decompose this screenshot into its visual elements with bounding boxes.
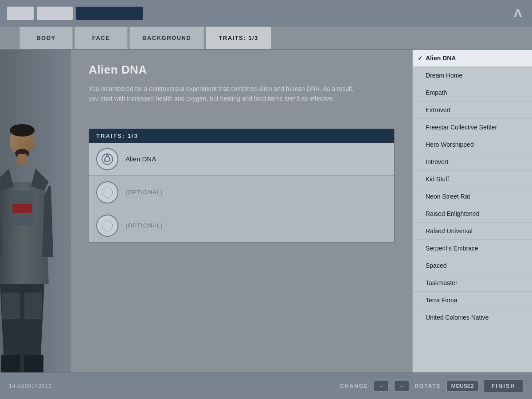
trait-list-item[interactable]: Empath — [413, 84, 532, 102]
trait-list-item[interactable]: Kid Stuff — [413, 171, 532, 188]
bottom-controls: CHANGE ← → ROTATE MOUSE2 FINISH — [340, 379, 523, 392]
trait-list-item[interactable]: Extrovert — [413, 102, 532, 119]
tab-placeholder — [2, 27, 18, 49]
arrow-right-button[interactable]: → — [394, 381, 409, 391]
top-bar-accent1 — [7, 7, 34, 20]
trait-list-item[interactable]: Hero Worshipped — [413, 136, 532, 153]
trait-slot-2-icon — [96, 181, 118, 203]
nav-tabs: BODY FACE BACKGROUND TRAITS: 1/3 — [0, 27, 532, 50]
trait-slot-3-icon — [96, 215, 118, 237]
character-panel — [0, 50, 71, 372]
trait-slot-3-placeholder: {OPTIONAL} — [125, 222, 163, 229]
trait-slot-3[interactable]: {OPTIONAL} — [89, 209, 394, 242]
trait-list-item[interactable]: United Colonies Native — [413, 309, 532, 326]
selected-checkmark: ✓ — [418, 55, 422, 62]
arrow-left-icon: ← — [379, 383, 384, 389]
tab-traits[interactable]: TRAITS: 1/3 — [206, 27, 271, 49]
top-bar-accent3 — [76, 7, 143, 20]
trait-list-item[interactable]: Serpent's Embrace — [413, 240, 532, 257]
trait-list-item-label: Neon Street Rat — [426, 193, 470, 200]
game-logo: Λ — [508, 4, 528, 23]
arrow-right-icon: → — [399, 383, 404, 389]
trait-list-item-label: Freestar Collective Settler — [426, 124, 497, 131]
info-panel: Alien DNA You volunteered for a controve… — [71, 50, 412, 372]
svg-rect-9 — [24, 355, 43, 372]
trait-list-item-label: Kid Stuff — [426, 176, 449, 183]
tab-face[interactable]: FACE — [74, 27, 128, 49]
rotate-label: ROTATE — [415, 383, 441, 389]
svg-point-12 — [106, 154, 109, 156]
change-label: CHANGE — [340, 383, 368, 389]
trait-list-item-label: Empath — [426, 89, 447, 96]
bottom-bar: 14-2009140512 CHANGE ← → ROTATE MOUSE2 F… — [0, 372, 532, 399]
svg-point-14 — [102, 187, 113, 198]
svg-rect-8 — [1, 355, 20, 372]
trait-list-item[interactable]: Neon Street Rat — [413, 188, 532, 205]
trait-list-item[interactable]: ✓Alien DNA — [413, 50, 532, 67]
session-id: 14-2009140512 — [9, 383, 52, 389]
tab-body[interactable]: BODY — [20, 27, 73, 49]
trait-list-item[interactable]: Dream Home — [413, 67, 532, 84]
top-bar-accent2 — [37, 7, 73, 20]
svg-rect-3 — [18, 154, 27, 163]
trait-description: You volunteered for a controversial expe… — [89, 84, 355, 104]
trait-list-item-label: Dream Home — [426, 72, 462, 79]
svg-point-11 — [105, 156, 110, 162]
trait-list-item[interactable]: Introvert — [413, 153, 532, 171]
trait-slot-1[interactable]: Alien DNA — [89, 143, 394, 176]
trait-list-item[interactable]: Taskmaster — [413, 274, 532, 292]
character-silhouette — [0, 50, 71, 372]
svg-point-13 — [104, 160, 106, 161]
svg-point-1 — [10, 124, 35, 137]
trait-list-item[interactable]: Raised Universal — [413, 223, 532, 240]
svg-rect-6 — [2, 293, 20, 319]
trait-list-item-label: Raised Universal — [426, 227, 473, 235]
trait-list-item-label: Serpent's Embrace — [426, 245, 478, 252]
trait-list-item[interactable]: Terra Firma — [413, 292, 532, 309]
svg-rect-7 — [24, 293, 42, 319]
trait-title: Alien DNA — [89, 63, 395, 77]
tab-background[interactable]: BACKGROUND — [129, 27, 204, 49]
trait-list-item-label: Hero Worshipped — [426, 141, 474, 148]
trait-list-item[interactable]: Freestar Collective Settler — [413, 119, 532, 136]
trait-list-item-label: Raised Enlightened — [426, 210, 479, 217]
top-bar: Λ — [0, 0, 532, 27]
traits-list-panel[interactable]: ✓Alien DNADream HomeEmpathExtrovertFrees… — [412, 50, 532, 372]
trait-list-item-label: Alien DNA — [426, 55, 456, 62]
finish-button[interactable]: FINISH — [484, 379, 523, 392]
trait-slot-1-name: Alien DNA — [125, 155, 156, 163]
trait-list-item-label: Introvert — [426, 158, 448, 165]
mouse2-label: MOUSE2 — [451, 383, 474, 389]
svg-rect-5 — [12, 204, 32, 213]
main-content: Alien DNA You volunteered for a controve… — [0, 50, 532, 372]
trait-list-item-label: Spaced — [426, 262, 446, 269]
trait-slot-2[interactable]: {OPTIONAL} — [89, 176, 394, 209]
trait-slot-1-icon — [96, 148, 118, 170]
top-bar-left — [7, 7, 143, 20]
traits-selector-box: TRAITS: 1/3 Alien DNA — [89, 129, 395, 243]
trait-list-item-label: Terra Firma — [426, 297, 458, 304]
arrow-left-button[interactable]: ← — [374, 381, 389, 391]
svg-point-10 — [102, 154, 113, 164]
trait-list-item[interactable]: Spaced — [413, 257, 532, 274]
trait-slot-2-placeholder: {OPTIONAL} — [125, 189, 163, 196]
trait-list-item-label: Extrovert — [426, 106, 450, 113]
svg-point-15 — [102, 220, 113, 231]
trait-list-item[interactable]: Raised Enlightened — [413, 205, 532, 223]
trait-list-item-label: Taskmaster — [426, 279, 458, 286]
finish-label: FINISH — [491, 383, 516, 389]
trait-list-item-label: United Colonies Native — [426, 314, 489, 321]
mouse2-button[interactable]: MOUSE2 — [446, 381, 479, 391]
traits-box-header: TRAITS: 1/3 — [89, 129, 394, 143]
